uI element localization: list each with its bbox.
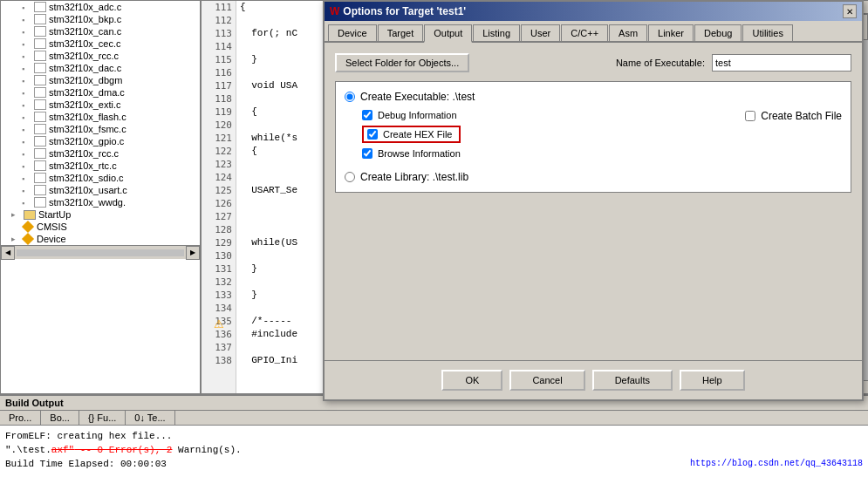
- bottom-tab-bo[interactable]: Bo...: [41, 411, 79, 425]
- sidebar-item[interactable]: ▪ stm32f10x_flash.c: [1, 111, 200, 123]
- sidebar-item[interactable]: ▪ stm32f10x_fsmc.c: [1, 123, 200, 135]
- debug-info-row: Debug Information: [362, 110, 461, 120]
- sidebar-item-label: CMSIS: [37, 221, 67, 232]
- sidebar-item-label: Device: [37, 234, 66, 244]
- sidebar-item[interactable]: ▪ stm32f10x_sdio.c: [1, 172, 200, 184]
- sidebar-item[interactable]: ▪ stm32f10x_bkp.c: [1, 13, 200, 25]
- expand-toggle: ▪: [22, 40, 24, 49]
- create-hex-checkbox[interactable]: [367, 129, 378, 140]
- line-number: 112: [202, 14, 236, 27]
- create-library-radio[interactable]: [345, 172, 355, 182]
- ok-btn[interactable]: OK: [441, 370, 502, 391]
- line-number: 126: [202, 197, 236, 210]
- tree-expand-icon: ▪: [22, 38, 34, 49]
- dialog-tab-utilities[interactable]: Utilities: [742, 24, 792, 41]
- sidebar-item[interactable]: ▪ stm32f10x_adc.c: [1, 1, 200, 13]
- sidebar-item[interactable]: ▪ stm32f10x_dbgm: [1, 74, 200, 86]
- file-icon: [34, 51, 46, 61]
- sidebar-item-label: stm32f10x_dma.c: [49, 87, 125, 98]
- file-icon: [34, 112, 46, 122]
- select-folder-btn[interactable]: Select Folder for Objects...: [335, 53, 469, 72]
- tree-expand-icon: ▪: [22, 160, 34, 171]
- tree-expand-icon: ▪: [22, 75, 34, 85]
- output-line-1: FromELF: creating hex file...: [5, 429, 863, 443]
- keil-logo: W: [330, 5, 339, 17]
- build-output-content: FromELF: creating hex file...".\test.axf…: [0, 426, 868, 474]
- expand-toggle: ▪: [22, 89, 24, 98]
- defaults-btn[interactable]: Defaults: [592, 370, 673, 391]
- create-batch-label: Create Batch File: [761, 110, 842, 122]
- line-number: 133: [202, 289, 236, 302]
- sidebar-item[interactable]: ▪ stm32f10x_usart.c: [1, 184, 200, 196]
- dialog-tab-linker[interactable]: Linker: [648, 24, 694, 41]
- dialog-tab-target[interactable]: Target: [378, 24, 424, 41]
- bottom-tab-te[interactable]: 0↓ Te...: [126, 411, 174, 425]
- output-line-2: ".\test.axf" -- 0 Error(s), 2 Warning(s)…: [5, 443, 863, 457]
- sidebar-item[interactable]: ▸ Device: [1, 233, 200, 245]
- sidebar-item-label: stm32f10x_wwdg.: [49, 197, 126, 208]
- dialog-tab-user[interactable]: User: [521, 24, 560, 41]
- line-number: 125: [202, 184, 236, 197]
- tree-expand-icon: ▪: [22, 197, 34, 208]
- hscroll-left-btn[interactable]: ◀: [1, 246, 15, 260]
- expand-toggle: ▪: [22, 52, 24, 61]
- exec-input[interactable]: [712, 54, 851, 72]
- file-icon: [34, 99, 46, 110]
- file-icon: [34, 2, 46, 12]
- dialog-tab-device[interactable]: Device: [328, 24, 377, 41]
- expand-toggle: ▪: [22, 199, 24, 208]
- tree-expand-icon: ▸: [11, 210, 24, 219]
- sidebar-item[interactable]: ▪ stm32f10x_rcc.c: [1, 147, 200, 160]
- sidebar-item[interactable]: CMSIS: [1, 221, 200, 233]
- top-area: ▪ stm32f10x_adc.c ▪ stm32f10x_bkp.c ▪ st…: [0, 0, 868, 394]
- line-number: 129: [202, 236, 236, 249]
- sidebar-item[interactable]: ▪ stm32f10x_rcc.c: [1, 50, 200, 62]
- cancel-btn[interactable]: Cancel: [509, 370, 584, 391]
- help-btn[interactable]: Help: [680, 370, 745, 391]
- expand-toggle: ▪: [22, 101, 24, 110]
- file-icon: [34, 173, 46, 183]
- bottom-tab-fu[interactable]: {} Fu...: [79, 411, 126, 425]
- dialog-content: Select Folder for Objects... Name of Exe…: [325, 43, 862, 203]
- create-executable-radio[interactable]: [345, 92, 355, 102]
- browse-info-checkbox[interactable]: [362, 148, 372, 159]
- output-line-3: Build Time Elapsed: 00:00:03 https://blo…: [5, 457, 863, 471]
- create-batch-checkbox[interactable]: [745, 111, 755, 121]
- create-hex-row: Create HEX File: [362, 126, 461, 143]
- dialog-tab-asm[interactable]: Asm: [609, 24, 647, 41]
- bottom-tab-pro[interactable]: Pro...: [0, 411, 41, 425]
- line-number: 127: [202, 210, 236, 223]
- sidebar-item[interactable]: ▸ StartUp: [1, 208, 200, 221]
- dialog-titlebar: W Options for Target 'test1' ✕: [325, 2, 862, 21]
- tree-expand-icon: ▪: [22, 99, 34, 110]
- sidebar-hscroll[interactable]: ◀ ▶: [1, 245, 200, 259]
- dialog-tab-output[interactable]: Output: [424, 24, 472, 43]
- dialog-close-btn[interactable]: ✕: [843, 4, 857, 18]
- dialog-tab-listing[interactable]: Listing: [473, 24, 520, 41]
- dialog-tab-debug[interactable]: Debug: [694, 24, 742, 41]
- sidebar-item[interactable]: ▪ stm32f10x_rtc.c: [1, 160, 200, 172]
- expand-toggle: ▪: [22, 77, 24, 85]
- tree-expand-icon: ▪: [22, 124, 34, 134]
- debug-info-checkbox[interactable]: [362, 110, 372, 120]
- sidebar-item-label: stm32f10x_dbgm: [49, 75, 122, 85]
- url-link[interactable]: https://blog.csdn.net/qq_43643118: [690, 457, 863, 471]
- line-number: 118: [202, 92, 236, 106]
- line-number: 113: [202, 27, 236, 40]
- dialog-title-text: Options for Target 'test1': [343, 5, 466, 17]
- line-number: 117: [202, 79, 236, 92]
- sidebar-item-label: stm32f10x_usart.c: [49, 185, 127, 195]
- file-icon: [34, 197, 46, 208]
- sidebar-item[interactable]: ▪ stm32f10x_dma.c: [1, 86, 200, 99]
- sidebar-item[interactable]: ▪ stm32f10x_cec.c: [1, 37, 200, 50]
- sidebar-item[interactable]: ▪ stm32f10x_exti.c: [1, 99, 200, 111]
- sidebar-item[interactable]: ▪ stm32f10x_gpio.c: [1, 135, 200, 147]
- sidebar-item[interactable]: ▪ stm32f10x_wwdg.: [1, 196, 200, 208]
- line-number: 123: [202, 158, 236, 171]
- dialog-tab-cc[interactable]: C/C++: [561, 24, 608, 41]
- hscroll-right-btn[interactable]: ▶: [186, 246, 200, 260]
- debug-info-label: Debug Information: [378, 110, 457, 120]
- sidebar-item[interactable]: ▪ stm32f10x_can.c: [1, 25, 200, 37]
- sidebar-item[interactable]: ▪ stm32f10x_dac.c: [1, 62, 200, 74]
- expand-toggle: ▪: [22, 150, 24, 159]
